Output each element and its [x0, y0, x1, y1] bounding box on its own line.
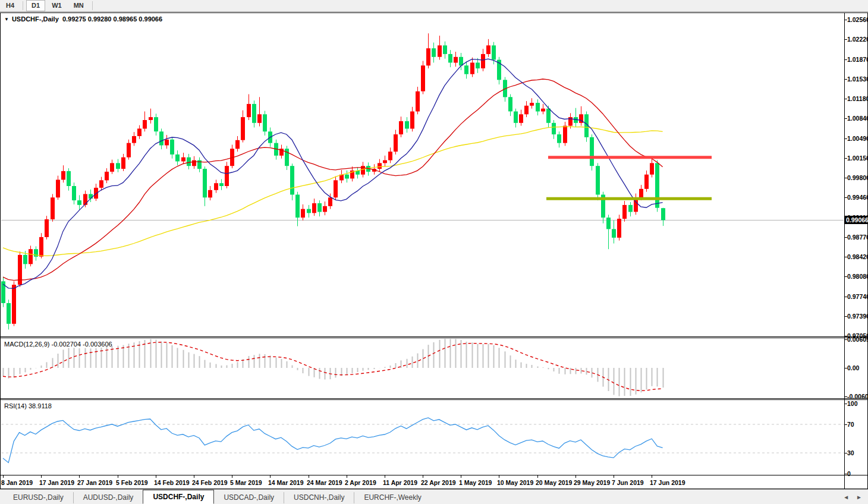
price-axis-label: 0.97390 [847, 313, 868, 320]
trading-app-window: H4 D1 W1 MN ▼USDCHF-,Daily 0.99275 0.992… [0, 0, 868, 504]
date-axis-label: 17 Jan 2019 [39, 479, 74, 486]
date-axis-label: 14 Mar 2019 [268, 479, 304, 486]
macd-axis-label: 0.00 [847, 364, 859, 371]
scroll-left-button[interactable]: ◄ [843, 494, 849, 500]
price-axis-label: 1.00150 [847, 155, 868, 162]
chevron-down-icon[interactable]: ▼ [4, 17, 9, 22]
date-axis-label: 2 Apr 2019 [345, 479, 376, 486]
macd-axis-label: -0.006096 [847, 393, 868, 400]
tab-scroll-arrows: ◄ ► [843, 490, 868, 504]
scroll-right-button[interactable]: ► [856, 494, 862, 500]
main-price-panel[interactable] [1, 33, 844, 329]
rsi-current-value: 38.9118 [29, 402, 52, 410]
date-axis-label: 24 Mar 2019 [307, 479, 342, 486]
timeframe-button-h4[interactable]: H4 [1, 0, 20, 11]
price-axis-label: 1.01180 [847, 95, 868, 102]
symbol-tab-usdchf[interactable]: USDCHF-,Daily [143, 490, 214, 504]
symbol-tab-audusd[interactable]: AUDUSD-,Daily [73, 492, 143, 503]
date-axis-label: 20 May 2019 [536, 479, 572, 486]
date-axis-label: 27 Jan 2019 [77, 479, 112, 486]
symbol-tab-usdcnh[interactable]: USDCNH-,Daily [284, 492, 354, 503]
chart-ohlc-values: 0.99275 0.99280 0.98965 0.99066 [62, 15, 162, 23]
chart-canvas[interactable] [0, 0, 868, 504]
price-axis-label: 1.02220 [847, 36, 868, 43]
toolbar-separator [23, 1, 23, 10]
ma-line-10 [3, 59, 663, 288]
price-axis-label: 0.98420 [847, 253, 868, 260]
timeframe-toolbar: H4 D1 W1 MN [0, 0, 868, 12]
date-axis-label: 29 May 2019 [574, 479, 610, 486]
date-axis-label: 24 Feb 2019 [192, 479, 228, 486]
rsi-axis-label: 0 [847, 470, 851, 477]
date-axis-label: 5 Feb 2019 [116, 479, 148, 486]
date-axis-label: 11 Apr 2019 [383, 479, 417, 486]
timeframe-button-d1[interactable]: D1 [26, 0, 45, 11]
rsi-axis-label: 70 [847, 421, 854, 428]
rsi-panel[interactable] [1, 418, 844, 463]
timeframe-button-w1[interactable]: W1 [46, 0, 67, 11]
date-axis-label: 5 Mar 2019 [230, 479, 262, 486]
rsi-indicator-label: RSI(14) 38.9118 [4, 402, 52, 410]
price-axis-label: 1.02560 [847, 16, 868, 23]
symbol-tab-eurusd[interactable]: EURUSD-,Daily [4, 492, 73, 503]
date-axis-label: 17 Jun 2019 [650, 479, 685, 486]
symbol-tab-usdcad[interactable]: USDCAD-,Daily [214, 492, 284, 503]
symbol-tabbar: EURUSD-,DailyAUDUSD-,DailyUSDCHF-,DailyU… [0, 489, 868, 504]
current-price-badge: 0.99066 [845, 216, 868, 224]
date-axis-label: 10 May 2019 [497, 479, 533, 486]
date-axis-label: 7 Jun 2019 [612, 479, 644, 486]
rsi-axis-label: 30 [847, 449, 854, 456]
toolbar-separator [92, 1, 93, 10]
date-axis-label: 14 Feb 2019 [154, 479, 190, 486]
date-axis-label: 8 Jan 2019 [1, 479, 33, 486]
price-axis-label: 0.98080 [847, 273, 868, 280]
rsi-axis-label: 100 [847, 400, 858, 407]
date-axis-label: 1 May 2019 [459, 479, 492, 486]
macd-indicator-label: MACD(12,26,9) -0.002704 -0.003606 [4, 341, 112, 348]
symbol-tab-eurchf[interactable]: EURCHF-,Weekly [354, 492, 430, 503]
price-axis-label: 1.01870 [847, 56, 868, 63]
price-axis-label: 1.00490 [847, 135, 868, 142]
price-axis-label: 0.97740 [847, 293, 868, 300]
rsi-name: RSI(14) [4, 402, 27, 410]
price-axis-label: 0.98770 [847, 234, 868, 241]
price-axis-label: 1.01530 [847, 75, 868, 83]
ma-line-25 [3, 79, 663, 281]
macd-current-values: -0.002704 -0.003606 [51, 341, 112, 348]
price-axis-label: 1.00840 [847, 115, 868, 122]
macd-name: MACD(12,26,9) [4, 341, 49, 348]
macd-axis-label: 0.006058 [847, 336, 868, 343]
date-axis-label: 22 Apr 2019 [421, 479, 456, 486]
price-axis-label: 0.99800 [847, 174, 868, 181]
timeframe-button-mn[interactable]: MN [68, 0, 89, 11]
symbol-tabs: EURUSD-,DailyAUDUSD-,DailyUSDCHF-,DailyU… [4, 490, 431, 504]
chart-symbol-label: USDCHF-,Daily [12, 15, 59, 23]
price-axis-label: 0.99460 [847, 194, 868, 201]
ma-line-60 [3, 127, 663, 256]
chart-title: ▼USDCHF-,Daily 0.99275 0.99280 0.98965 0… [4, 15, 162, 23]
candlestick-series [1, 33, 665, 329]
